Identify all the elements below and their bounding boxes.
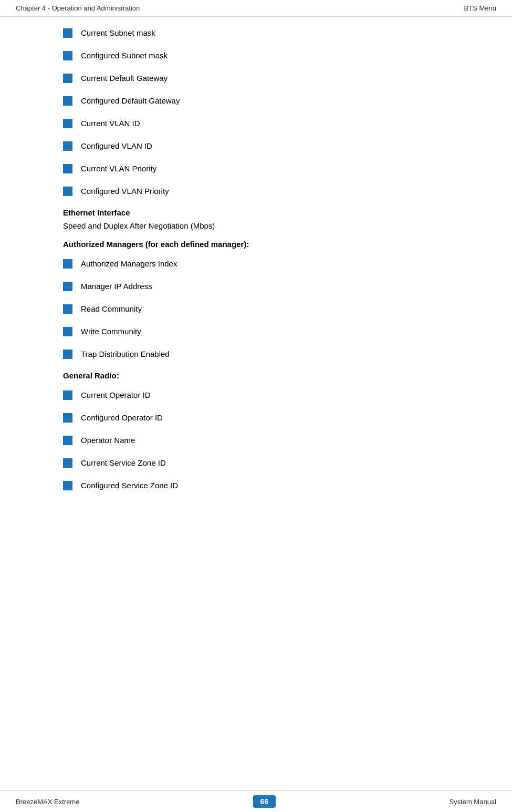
- bullet-icon: [63, 141, 72, 151]
- list-item: Current Default Gateway: [63, 73, 459, 84]
- bullet-icon: [63, 187, 72, 196]
- bullet-icon: [63, 350, 72, 359]
- bullet-text: Configured VLAN ID: [81, 140, 152, 151]
- bullet-text: Configured Subnet mask: [81, 50, 168, 61]
- list-item: Configured Operator ID: [63, 412, 459, 423]
- list-item: Read Community: [63, 303, 459, 314]
- ethernet-interface-section: Ethernet Interface Speed and Duplex Afte…: [63, 208, 459, 230]
- bullet-text: Read Community: [81, 303, 142, 314]
- bullet-icon: [63, 74, 72, 83]
- bullet-icon: [63, 436, 72, 445]
- list-item: Current Subnet mask: [63, 27, 459, 38]
- bullet-icon: [63, 51, 72, 60]
- general-radio-section: General Radio: Current Operator ID Confi…: [63, 371, 459, 491]
- bullet-text: Current Operator ID: [81, 389, 151, 400]
- list-item: Configured VLAN ID: [63, 140, 459, 151]
- bullet-icon: [63, 164, 72, 173]
- bullet-icon: [63, 282, 72, 291]
- bullet-icon: [63, 304, 72, 314]
- authorized-managers-normal: (for each defined manager):: [143, 240, 249, 249]
- header-left: Chapter 4 - Operation and Administration: [16, 4, 140, 12]
- bullet-text: Current Service Zone ID: [81, 457, 166, 468]
- general-radio-heading: General Radio:: [63, 371, 459, 380]
- list-item: Configured Subnet mask: [63, 50, 459, 61]
- bullet-icon: [63, 413, 72, 423]
- bullet-text: Current VLAN ID: [81, 118, 140, 129]
- bullet-icon: [63, 481, 72, 490]
- top-bullet-list: Current Subnet mask Configured Subnet ma…: [63, 27, 459, 197]
- page-footer: BreezeMAX Extreme 66 System Manual: [0, 790, 512, 812]
- authorized-managers-heading: Authorized Managers (for each defined ma…: [63, 240, 459, 249]
- page-header: Chapter 4 - Operation and Administration…: [0, 0, 512, 17]
- bullet-icon: [63, 119, 72, 128]
- bullet-icon: [63, 259, 72, 269]
- list-item: Current VLAN Priority: [63, 163, 459, 174]
- bullet-text: Operator Name: [81, 435, 135, 446]
- bullet-text: Configured Operator ID: [81, 412, 163, 423]
- list-item: Current VLAN ID: [63, 118, 459, 129]
- ethernet-heading: Ethernet Interface: [63, 208, 459, 217]
- list-item: Trap Distribution Enabled: [63, 348, 459, 359]
- footer-right: System Manual: [449, 798, 496, 806]
- authorized-bullet-list: Authorized Managers Index Manager IP Add…: [63, 258, 459, 359]
- footer-left: BreezeMAX Extreme: [16, 798, 79, 806]
- bullet-icon: [63, 96, 72, 106]
- bullet-icon: [63, 327, 72, 336]
- bullet-icon: [63, 458, 72, 468]
- bullet-text: Configured Default Gateway: [81, 95, 180, 106]
- bullet-text: Configured VLAN Priority: [81, 186, 169, 197]
- bullet-text: Write Community: [81, 326, 141, 337]
- bullet-text: Manager IP Address: [81, 281, 152, 292]
- list-item: Current Operator ID: [63, 389, 459, 400]
- general-radio-normal: :: [117, 371, 119, 380]
- header-right: BTS Menu: [464, 4, 496, 12]
- list-item: Authorized Managers Index: [63, 258, 459, 269]
- bullet-text: Current Default Gateway: [81, 73, 168, 84]
- bullet-text: Authorized Managers Index: [81, 258, 177, 269]
- authorized-managers-bold: Authorized Managers: [63, 240, 143, 249]
- list-item: Configured Service Zone ID: [63, 480, 459, 491]
- bullet-text: Current VLAN Priority: [81, 163, 156, 174]
- authorized-managers-section: Authorized Managers (for each defined ma…: [63, 240, 459, 359]
- list-item: Configured VLAN Priority: [63, 186, 459, 197]
- list-item: Manager IP Address: [63, 281, 459, 292]
- footer-page-num: 66: [253, 795, 276, 808]
- general-radio-bold: General Radio: [63, 371, 117, 380]
- list-item: Write Community: [63, 326, 459, 337]
- ethernet-subtext: Speed and Duplex After Negotiation (Mbps…: [63, 221, 459, 230]
- bullet-text: Configured Service Zone ID: [81, 480, 178, 491]
- radio-bullet-list: Current Operator ID Configured Operator …: [63, 389, 459, 491]
- bullet-text: Trap Distribution Enabled: [81, 348, 170, 359]
- bullet-icon: [63, 28, 72, 38]
- list-item: Current Service Zone ID: [63, 457, 459, 468]
- list-item: Operator Name: [63, 435, 459, 446]
- bullet-text: Current Subnet mask: [81, 27, 155, 38]
- bullet-icon: [63, 390, 72, 400]
- list-item: Configured Default Gateway: [63, 95, 459, 106]
